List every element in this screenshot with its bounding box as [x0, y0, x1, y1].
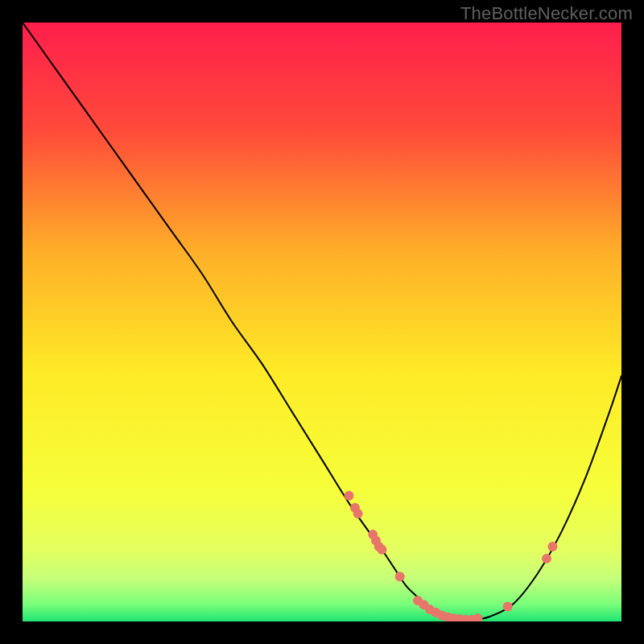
chart-canvas	[23, 23, 621, 621]
data-marker	[503, 601, 513, 611]
watermark-text: TheBottleNecker.com	[460, 3, 633, 24]
chart-container: TheBottleNecker.com	[0, 0, 644, 644]
data-marker	[353, 509, 363, 518]
data-marker	[377, 545, 386, 555]
data-marker	[395, 572, 405, 581]
data-marker	[542, 554, 551, 564]
plot-area	[23, 23, 621, 621]
data-marker	[344, 491, 353, 501]
gradient-background	[23, 23, 621, 621]
data-marker	[547, 542, 557, 551]
